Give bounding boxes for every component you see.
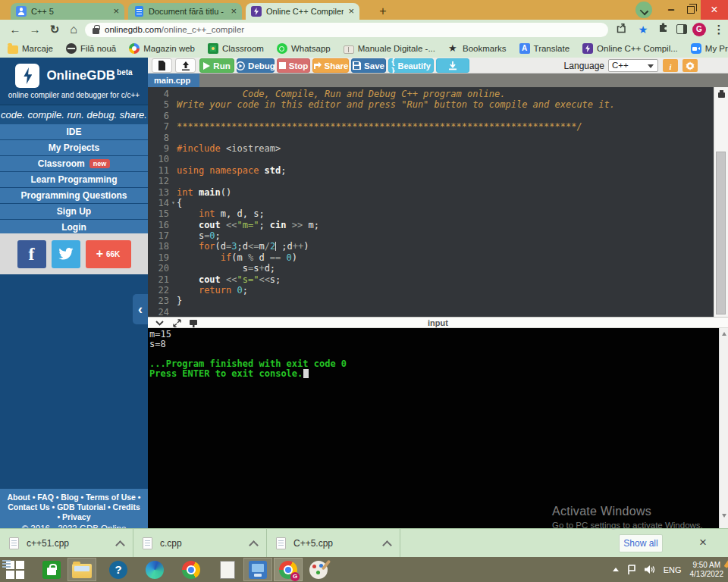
code-line[interactable]: 7***************************************… [148,121,714,132]
code-line[interactable]: 18 for(d=3;d<=m/2 ;d++) [148,241,714,252]
code-line[interactable]: 19 if(m % d == 0) [148,252,714,263]
home-icon[interactable] [66,22,81,37]
scroll-down-icon[interactable] [722,514,726,518]
bookmark-item[interactable]: My Profile - Zoom [691,43,728,54]
tab-close-icon[interactable]: × [231,3,237,20]
code-line[interactable]: 22 return 0; [148,285,714,296]
share-button[interactable]: Share [312,58,349,73]
address-bar[interactable]: onlinegdb.com/online_c++_compiler [85,23,608,37]
sidebar-item-learn-programming[interactable]: Learn Programming [0,172,148,188]
beautify-button[interactable]: { } Beautify [388,58,434,73]
code-editor[interactable]: 4 Code, Compile, Run and Debug C++ progr… [148,87,728,317]
taskbar-paint[interactable] [304,558,333,581]
browser-tab[interactable]: C++ 5× [11,3,124,20]
code-line[interactable]: 6 [148,111,714,121]
code-line[interactable]: 16 cout <<"m="; cin >> m; [148,220,714,230]
taskbar-chrome-active[interactable]: G [274,558,303,581]
code-line[interactable]: 5Write your code in this editor and pres… [148,99,714,110]
sidebar-item-sign-up[interactable]: Sign Up [0,204,148,220]
bookmark-item[interactable]: Online C++ Compil... [582,43,678,54]
code-line[interactable]: 9#include <iostream> [148,143,714,154]
volume-icon[interactable] [645,565,655,574]
follow-count-button[interactable]: 66K [86,240,131,268]
tab-close-icon[interactable]: × [348,3,354,20]
logo[interactable]: OnlineGDBbeta [0,64,148,88]
profile-avatar[interactable]: G [692,23,706,36]
editor-scrollbar[interactable] [714,87,728,317]
code-line[interactable]: 21 cout <<"s="<<s; [148,274,714,285]
browser-tab[interactable]: Online C++ Compiler - online ed× [246,3,359,20]
footer-links[interactable]: About • FAQ • Blog • Terms of Use • Cont… [6,493,142,522]
chevron-up-icon[interactable] [384,540,391,546]
taskbar-store[interactable] [37,558,66,581]
sidebar-collapse-chevron[interactable] [133,294,148,324]
sidebar-item-programming-questions[interactable]: Programming Questions [0,188,148,204]
sidebar-item-classroom[interactable]: Classroomnew [0,156,148,172]
language-select[interactable]: C++ [608,59,658,72]
tray-chevron-icon[interactable] [613,568,619,571]
bookmark-item[interactable]: Filă nouă [66,43,116,54]
taskbar-file-explorer[interactable] [67,558,96,581]
twitter-button[interactable] [52,240,80,268]
sidebar-item-my-projects[interactable]: My Projects [0,140,148,156]
facebook-button[interactable] [17,240,46,268]
reload-icon[interactable] [47,22,62,37]
debug-button[interactable]: Debug [237,58,275,73]
code-line[interactable]: 17 s=0; [148,230,714,241]
download-item[interactable]: c++51.cpp [0,529,133,557]
code-line[interactable]: 8 [148,133,714,143]
code-line[interactable]: 23} [148,296,714,306]
extensions-puzzle-icon[interactable] [655,22,670,37]
bookmark-item[interactable]: Magazin web [129,43,195,54]
back-icon[interactable] [8,22,23,37]
code-line[interactable]: 20 s=s+d; [148,263,714,274]
download-item[interactable]: C++5.cpp [267,529,400,557]
sidebar-item-ide[interactable]: IDE [0,124,148,140]
close-button[interactable] [701,0,728,20]
language-indicator[interactable]: ENG [664,565,682,574]
minimize-button[interactable] [661,3,681,17]
taskbar-help[interactable] [104,558,133,581]
console[interactable]: m=15s=8...Program finished with exit cod… [148,328,728,528]
code-line[interactable]: 14▾{ [148,198,714,208]
new-file-button[interactable] [152,58,172,73]
code-line[interactable]: 13int main() [148,187,714,198]
save-button[interactable]: Save [351,58,386,73]
stop-button[interactable]: Stop [277,58,310,73]
taskbar-edge[interactable] [140,558,169,581]
menu-dots-icon[interactable] [711,22,726,37]
side-panel-icon[interactable] [676,24,687,34]
new-tab-button[interactable] [375,4,391,19]
bookmark-star-icon[interactable] [635,22,651,37]
bookmark-item[interactable]: Whatsapp [277,43,331,54]
info-button[interactable] [663,59,678,72]
scroll-up-icon[interactable] [722,332,726,336]
code-line[interactable]: 12 [148,176,714,186]
tab-close-icon[interactable]: × [113,3,119,20]
bookmark-item[interactable]: Bookmarks [448,43,507,54]
code-line[interactable]: 11using namespace std; [148,165,714,176]
chevron-up-icon[interactable] [117,540,124,546]
file-tab-main-cpp[interactable]: main.cpp [148,74,199,87]
fold-icon[interactable]: ▾ [171,198,175,208]
action-center-flag-icon[interactable] [627,565,636,575]
downloads-close-icon[interactable] [699,535,707,550]
code-line[interactable]: 4 Code, Compile, Run and Debug C++ progr… [148,89,714,99]
code-line[interactable]: 15 int m, d, s; [148,208,714,219]
print-icon[interactable] [718,92,725,98]
upload-button[interactable] [175,58,196,73]
taskbar-display-settings[interactable] [243,558,272,581]
forward-icon[interactable] [27,22,42,37]
show-all-button[interactable]: Show all [619,534,663,552]
bookmark-item[interactable]: Marcaje [8,44,53,54]
bookmark-item[interactable]: Manuale Digitale -... [344,44,435,54]
code-line[interactable]: 10 [148,154,714,164]
console-scrollbar[interactable] [719,328,728,528]
download-button[interactable] [436,58,469,73]
download-item[interactable]: c.cpp [133,529,267,557]
browser-tab[interactable]: Document fără titlu - Documente× [128,3,242,20]
share-icon[interactable] [614,22,629,37]
taskbar-notepad[interactable] [213,558,242,581]
settings-gear-button[interactable] [682,59,698,72]
code-line[interactable]: 24 [148,307,714,317]
